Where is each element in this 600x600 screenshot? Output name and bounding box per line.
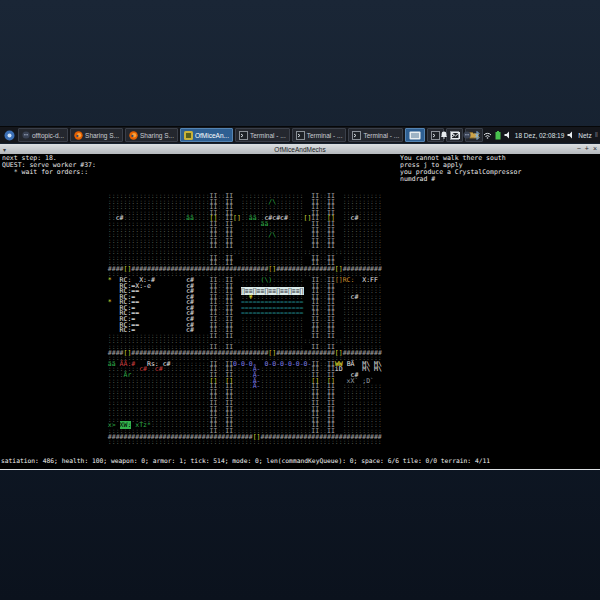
taskbar: offtopic-d...Sharing S...Sharing S...OfM… <box>0 126 600 143</box>
clock[interactable]: 18 Dez, 02:08:19 <box>515 132 565 139</box>
terminal-icon <box>352 131 361 140</box>
close-button[interactable]: × <box>593 145 597 153</box>
firefox-icon <box>129 131 138 140</box>
taskbar-button-label: OfMiceAn... <box>195 132 229 139</box>
minimize-button[interactable]: − <box>577 145 581 153</box>
taskbar-button-terminal[interactable]: Terminal - ... <box>292 128 347 142</box>
taskbar-button-terminal[interactable]: Terminal - ... <box>348 128 403 142</box>
quest-log: next step: 18.QUEST: serve worker #37: *… <box>2 155 96 176</box>
maximize-button[interactable]: + <box>585 145 589 153</box>
wifi-icon[interactable] <box>483 132 492 139</box>
battery-icon[interactable] <box>495 131 501 140</box>
bell-icon[interactable] <box>440 131 448 139</box>
app-menu-button[interactable] <box>2 129 16 142</box>
taskbar-button-label: offtopic-d... <box>32 132 64 139</box>
message-log: You cannot walk there southpress j to ap… <box>400 155 521 183</box>
game-screen[interactable]: next step: 18.QUEST: serve worker #37: *… <box>0 154 600 469</box>
log-line: * wait for orders:: <box>2 169 96 176</box>
network-label[interactable]: Netz <box>578 132 591 139</box>
taskbar-button-label: Terminal - ... <box>307 132 343 139</box>
taskbar-button-screen[interactable] <box>405 128 425 142</box>
taskbar-button-label: Terminal - ... <box>250 132 286 139</box>
taskbar-button-offtopic-d[interactable]: offtopic-d... <box>18 128 68 142</box>
status-bar: satiation: 486; health: 100; weapon: 0; … <box>1 457 490 464</box>
window-titlebar[interactable]: ▾ OfMiceAndMechs − + × <box>0 144 600 154</box>
taskbar-button-ofmicean[interactable]: OfMiceAn... <box>180 128 233 142</box>
taskbar-button-terminal[interactable]: Terminal - ... <box>235 128 290 142</box>
taskbar-button-label: Sharing S... <box>140 132 174 139</box>
screen-icon <box>409 131 421 140</box>
terminal-icon <box>296 131 305 140</box>
ascii-map: ::::::::::::::::::::::::::II::II :::::::… <box>100 194 382 446</box>
game-icon <box>184 131 193 140</box>
taskbar-button-label: Terminal - ... <box>363 132 399 139</box>
window-title: OfMiceAndMechs <box>0 146 600 153</box>
map-row: ::::::::::::::::::::::::::::::::::::::::… <box>100 440 382 446</box>
volume-icon[interactable] <box>504 131 512 139</box>
taskbar-button-label: Sharing S... <box>85 132 119 139</box>
volume-icon[interactable] <box>567 131 575 139</box>
log-line: numdrad # <box>400 176 521 183</box>
bluetooth-icon[interactable] <box>474 131 480 140</box>
system-tray: 18 Dez, 02:08:19 Netz ‖ <box>440 131 598 140</box>
ofmiceandmechs-window: ▾ OfMiceAndMechs − + × next step: 18.QUE… <box>0 144 600 470</box>
firefox-icon <box>74 131 83 140</box>
panel-handle[interactable]: ‖ <box>595 131 598 139</box>
discord-icon[interactable] <box>463 131 471 139</box>
window-menu-icon[interactable]: ▾ <box>3 146 6 153</box>
taskbar-window-buttons: offtopic-d...Sharing S...Sharing S...OfM… <box>18 128 438 142</box>
terminal-icon <box>239 131 248 140</box>
taskbar-button-sharing-s[interactable]: Sharing S... <box>70 128 123 142</box>
mail-icon[interactable] <box>451 132 460 139</box>
taskbar-button-sharing-s[interactable]: Sharing S... <box>125 128 178 142</box>
discord-icon <box>22 131 30 139</box>
